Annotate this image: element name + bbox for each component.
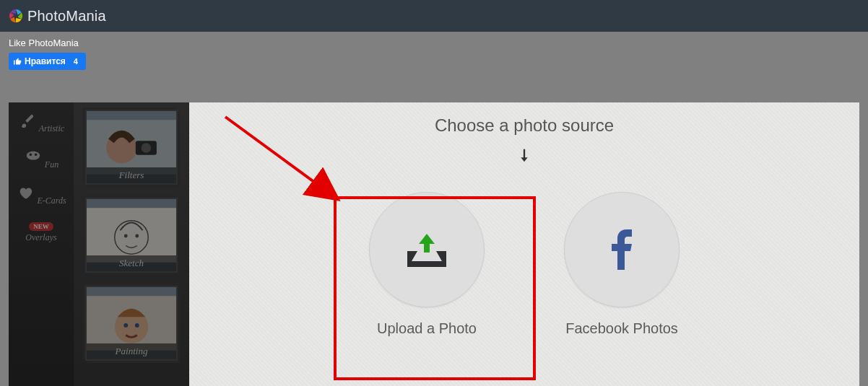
fb-like-label: Нравится <box>25 56 66 66</box>
choose-area: Choose a photo source Upload a Photo <box>189 102 859 386</box>
arrow-down-icon <box>514 146 534 166</box>
sidebar-item-label: Overlays <box>25 232 56 242</box>
thumbnails-column: Filters Sketch <box>74 102 189 386</box>
facebook-icon <box>607 229 636 270</box>
svg-point-6 <box>124 234 128 238</box>
thumb-up-icon <box>13 57 22 66</box>
aperture-icon <box>7 7 25 25</box>
option-facebook[interactable]: Facebook Photos <box>550 192 694 337</box>
facebook-circle <box>564 192 680 307</box>
workspace: Artistic Fun E-Cards NEW Overlays <box>9 102 859 386</box>
option-label: Facebook Photos <box>565 320 678 337</box>
category-sidebar: Artistic Fun E-Cards NEW Overlays <box>9 102 74 386</box>
app-logo[interactable]: PhotoMania <box>7 7 106 25</box>
sidebar-item-label: Fun <box>45 159 58 170</box>
annotation-arrow-icon <box>218 110 348 211</box>
sidebar-item-overlays[interactable]: NEW Overlays <box>16 221 66 243</box>
svg-line-12 <box>225 117 334 196</box>
svg-point-10 <box>123 323 128 328</box>
brush-icon <box>18 113 37 128</box>
source-options: Upload a Photo Facebook Photos <box>355 192 694 337</box>
svg-point-7 <box>135 234 139 238</box>
thumb-label: Sketch <box>87 255 176 271</box>
option-label: Upload a Photo <box>377 320 477 337</box>
choose-title: Choose a photo source <box>435 115 614 136</box>
upload-circle <box>369 192 485 307</box>
sidebar-item-fun[interactable]: Fun <box>16 149 66 170</box>
thumb-filters[interactable]: Filters <box>85 110 178 185</box>
like-panel: Like PhotoMania Нравится 4 <box>0 32 868 75</box>
like-title: Like PhotoMania <box>9 38 859 48</box>
sidebar-item-label: Artistic <box>39 123 64 133</box>
thumb-label: Filters <box>87 167 176 183</box>
fb-like-count: 4 <box>70 55 82 68</box>
mask-icon <box>24 149 43 165</box>
brand-text: PhotoMania <box>27 8 106 25</box>
svg-point-11 <box>135 323 139 328</box>
svg-point-3 <box>142 143 152 153</box>
heart-icon <box>16 185 35 201</box>
new-badge: NEW <box>29 222 53 231</box>
sidebar-item-ecards[interactable]: E-Cards <box>16 185 66 206</box>
thumb-label: Painting <box>87 343 176 359</box>
fb-like-button[interactable]: Нравится 4 <box>9 53 86 70</box>
upload-icon <box>402 228 452 271</box>
thumb-sketch[interactable]: Sketch <box>85 198 178 273</box>
sidebar-item-artistic[interactable]: Artistic <box>16 113 66 134</box>
thumb-painting[interactable]: Painting <box>85 286 178 361</box>
app-header: PhotoMania <box>0 0 868 32</box>
sidebar-item-label: E-Cards <box>37 196 66 206</box>
option-upload[interactable]: Upload a Photo <box>355 192 499 337</box>
